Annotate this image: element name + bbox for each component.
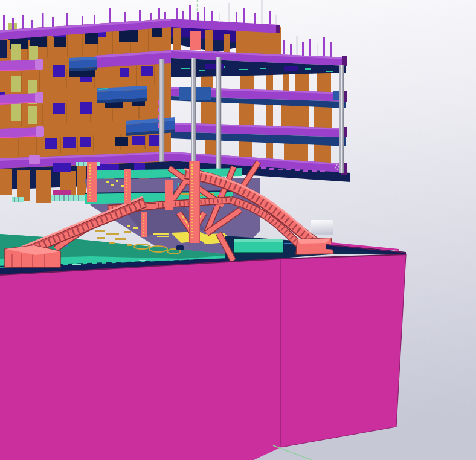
balcony-slab-2 — [97, 86, 147, 103]
balcony-slab-1 — [69, 57, 97, 71]
foundation-block[interactable] — [0, 242, 406, 460]
background-gap — [311, 220, 333, 235]
steel-column — [191, 58, 196, 169]
tall-coral-column — [189, 161, 200, 243]
deck-teal-block[interactable] — [234, 239, 283, 253]
steel-column — [159, 59, 164, 164]
steel-column — [339, 65, 344, 173]
foundation-right-face[interactable] — [281, 254, 406, 447]
foundation-front-face[interactable] — [0, 259, 281, 460]
steel-column — [216, 57, 221, 169]
edge-beam-1 — [0, 59, 43, 71]
cad-3d-viewport[interactable] — [0, 0, 476, 460]
